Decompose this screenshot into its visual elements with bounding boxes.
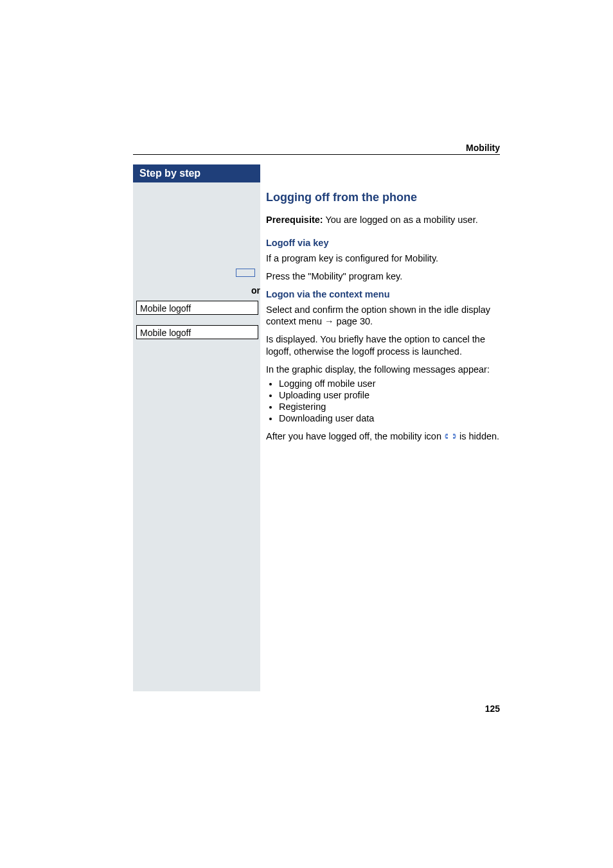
arrow-icon: → [324,316,334,326]
or-label: or [244,285,260,296]
sidebar-title: Step by step [133,164,260,182]
logoff-via-key-text: If a program key is configured for Mobil… [266,252,501,264]
list-item: Logging off mobile user [279,378,501,389]
program-key-icon [236,269,255,277]
list-item: Uploading user profile [279,389,501,401]
subheading-logon-context-menu: Logon via the context menu [266,288,501,300]
messages-list: Logging off mobile user Uploading user p… [266,378,501,425]
is-displayed-text: Is displayed. You briefly have the optio… [266,333,501,357]
select-confirm-pre: Select and confirm the option shown in t… [266,305,490,326]
press-mobility-key-text: Press the "Mobility" program key. [266,270,501,282]
sidebar-background [133,164,260,691]
after-logoff-post: is hidden. [459,431,499,441]
header-rule [133,154,500,155]
graphic-display-intro: In the graphic display, the following me… [266,364,501,375]
list-item: Registering [279,401,501,412]
menu-option-mobile-logoff: Mobile logoff [136,301,258,315]
after-logoff-pre: After you have logged off, the mobility … [266,431,444,441]
mobility-icon [444,431,457,443]
content-area: Logging off from the phone Prerequisite:… [266,190,501,449]
menu-option-mobile-logoff-confirm: Mobile logoff [136,325,258,339]
list-item: Downloading user data [279,412,501,424]
page-number: 125 [485,704,500,714]
prerequisite-label: Prerequisite: [266,215,323,225]
subheading-logoff-via-key: Logoff via key [266,237,501,249]
prerequisite-text: You are logged on as a mobility user. [323,215,478,225]
page-ref: page 30. [334,316,373,326]
prerequisite-line: Prerequisite: You are logged on as a mob… [266,214,501,226]
header-section-label: Mobility [466,143,500,153]
after-logoff-text: After you have logged off, the mobility … [266,430,501,443]
select-confirm-text: Select and confirm the option shown in t… [266,304,501,327]
heading-logging-off: Logging off from the phone [266,190,501,205]
